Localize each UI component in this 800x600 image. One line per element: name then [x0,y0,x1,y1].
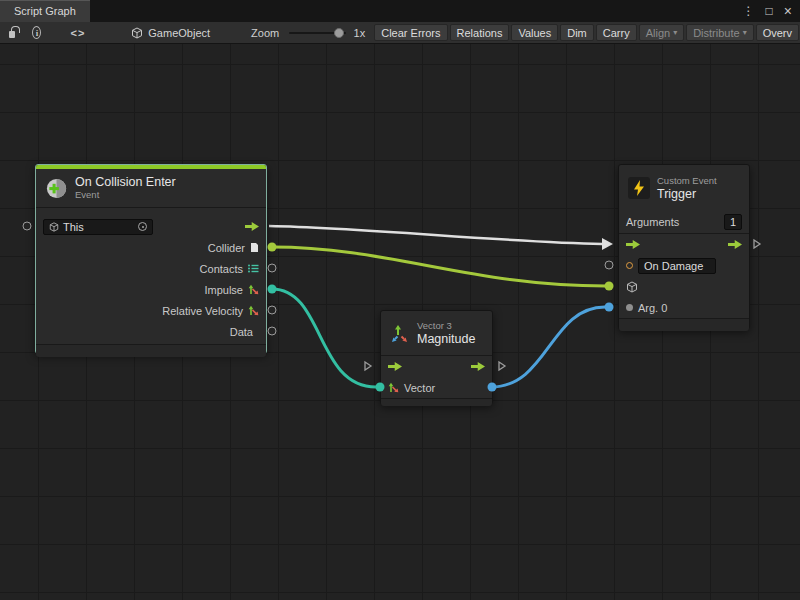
wire-impulse-teal[interactable] [272,289,376,387]
this-row: This [36,216,266,237]
wire-flow-arrowhead [602,238,613,250]
values-button[interactable]: Values [511,24,558,41]
node-header[interactable]: Custom Event Trigger [619,165,749,211]
port-contacts-output[interactable] [268,264,277,273]
port-arg0-input[interactable] [605,303,614,312]
node-footer [619,318,749,331]
vector-axes-icon [248,284,259,295]
port-row-contacts[interactable]: Contacts [36,258,266,279]
node-category: Vector 3 [417,320,475,332]
arguments-count-field[interactable]: 1 [724,214,742,230]
cube-icon [131,27,143,39]
collider-doc-icon [250,242,259,253]
dim-button[interactable]: Dim [560,24,594,41]
node-header[interactable]: Vector 3 Magnitude [381,311,492,355]
node-on-collision-enter[interactable]: On Collision Enter Event This Collider [35,164,267,354]
port-data-output[interactable] [268,327,277,336]
clear-errors-button[interactable]: Clear Errors [374,24,447,41]
string-port-icon[interactable] [626,262,633,269]
port-trigger-flow-out[interactable] [753,239,762,250]
vector-axes-icon [248,305,259,316]
list-icon [248,264,259,273]
port-magnitude-output[interactable] [488,383,497,392]
graph-toolbar: i <> GameObject Zoom 1x Clear Errors Rel… [0,22,800,44]
port-trigger-target-input[interactable] [605,282,614,291]
chevron-down-icon: ▾ [673,29,677,37]
window-controls: ⋮ □ × [743,0,800,22]
graph-canvas[interactable]: On Collision Enter Event This Collider [0,44,800,600]
chevron-down-icon: ▾ [743,29,747,37]
maximize-icon[interactable]: □ [766,5,773,17]
relations-button[interactable]: Relations [450,24,510,41]
distribute-dropdown[interactable]: Distribute ▾ [686,24,753,41]
tab-bar-spacer [90,0,743,22]
port-relative-velocity-output[interactable] [268,306,277,315]
lock-icon[interactable] [9,31,15,38]
node-vector3-magnitude[interactable]: Vector 3 Magnitude Vector [380,310,493,405]
kebab-menu-icon[interactable]: ⋮ [743,5,755,17]
flow-input-arrow-icon[interactable] [626,240,640,249]
flow-output-arrow-icon[interactable] [728,240,742,249]
wire-flow-white[interactable] [269,226,602,244]
carry-button[interactable]: Carry [596,24,637,41]
close-icon[interactable]: × [784,4,792,18]
zoom-slider[interactable] [289,32,345,34]
flow-row [381,356,492,377]
port-collider-output[interactable] [268,243,277,252]
flow-output-arrow-icon[interactable] [245,222,259,231]
this-value: This [63,221,84,233]
gameobject-label: GameObject [148,27,210,39]
arguments-label: Arguments [626,216,679,228]
overview-button[interactable]: Overv [756,24,799,41]
vector3-icon [390,323,410,343]
code-icon[interactable]: <> [70,27,85,39]
node-footer [381,398,492,406]
port-event-name-input[interactable] [605,261,614,270]
node-header[interactable]: On Collision Enter Event [36,169,266,207]
event-name-field[interactable]: On Damage [638,258,716,274]
zoom-label: Zoom [251,27,279,39]
tab-script-graph[interactable]: Script Graph [0,0,90,22]
flow-row [619,234,749,255]
cube-icon [626,281,638,293]
port-row-impulse[interactable]: Impulse [36,279,266,300]
event-name-row: On Damage [619,255,749,276]
gameobject-reference[interactable]: GameObject [131,27,210,39]
flow-input-arrow-icon[interactable] [388,362,402,371]
zoom-slider-handle[interactable] [334,28,344,38]
value-port-icon [626,304,633,311]
port-vector-flow-in[interactable] [364,361,373,372]
port-vector-input[interactable] [376,383,385,392]
node-title: Magnitude [417,332,475,346]
port-row-relative-velocity[interactable]: Relative Velocity [36,300,266,321]
window-tab-bar: Script Graph ⋮ □ × [0,0,800,22]
port-row-collider[interactable]: Collider [36,237,266,258]
wire-magnitude-blue[interactable] [491,307,605,387]
event-icon [45,177,68,200]
zoom-value: 1x [354,27,366,39]
target-row[interactable] [619,276,749,297]
node-custom-event-trigger[interactable]: Custom Event Trigger Arguments 1 On Dama… [618,164,750,330]
align-dropdown[interactable]: Align ▾ [639,24,684,41]
wire-collider-green[interactable] [272,247,606,286]
arguments-row: Arguments 1 [619,211,749,233]
vector-axes-icon [388,382,399,393]
node-category: Custom Event [657,175,717,187]
info-icon[interactable]: i [32,26,41,39]
port-impulse-output[interactable] [268,285,277,294]
node-title: Trigger [657,187,717,201]
node-subtitle: Event [75,189,176,201]
port-row-vector[interactable]: Vector [381,377,492,398]
lightning-bolt-icon [628,177,650,199]
this-object-field[interactable]: This [43,219,153,235]
port-vector-flow-out[interactable] [498,361,507,372]
arg0-row[interactable]: Arg. 0 [619,297,749,318]
node-title: On Collision Enter [75,175,176,189]
port-event-this-input[interactable] [23,222,32,231]
cube-icon [49,222,59,232]
node-footer [36,344,266,357]
tab-title: Script Graph [14,5,76,17]
port-row-data[interactable]: Data [36,321,266,342]
flow-output-arrow-icon[interactable] [471,362,485,371]
target-picker-icon[interactable] [138,222,147,231]
